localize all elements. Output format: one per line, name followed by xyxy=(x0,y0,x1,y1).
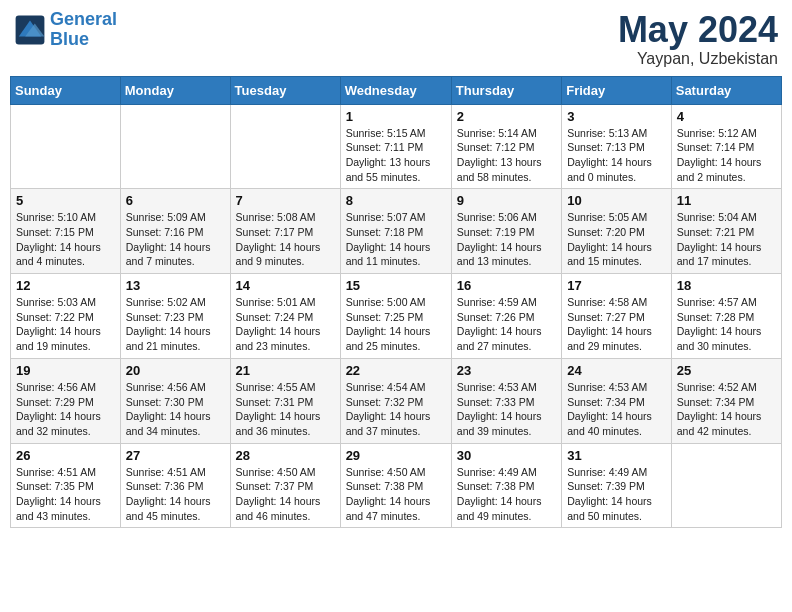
calendar-table: SundayMondayTuesdayWednesdayThursdayFrid… xyxy=(10,76,782,529)
day-info: Sunrise: 5:07 AM Sunset: 7:18 PM Dayligh… xyxy=(346,210,446,269)
day-number: 29 xyxy=(346,448,446,463)
day-info: Sunrise: 5:14 AM Sunset: 7:12 PM Dayligh… xyxy=(457,126,556,185)
day-info: Sunrise: 5:01 AM Sunset: 7:24 PM Dayligh… xyxy=(236,295,335,354)
logo-line1: General xyxy=(50,9,117,29)
day-info: Sunrise: 5:10 AM Sunset: 7:15 PM Dayligh… xyxy=(16,210,115,269)
day-number: 20 xyxy=(126,363,225,378)
weekday-header-sunday: Sunday xyxy=(11,76,121,104)
calendar-cell: 24Sunrise: 4:53 AM Sunset: 7:34 PM Dayli… xyxy=(562,358,672,443)
calendar-cell: 9Sunrise: 5:06 AM Sunset: 7:19 PM Daylig… xyxy=(451,189,561,274)
day-number: 15 xyxy=(346,278,446,293)
calendar-cell: 20Sunrise: 4:56 AM Sunset: 7:30 PM Dayli… xyxy=(120,358,230,443)
weekday-header-monday: Monday xyxy=(120,76,230,104)
day-info: Sunrise: 4:51 AM Sunset: 7:35 PM Dayligh… xyxy=(16,465,115,524)
day-number: 6 xyxy=(126,193,225,208)
day-info: Sunrise: 5:02 AM Sunset: 7:23 PM Dayligh… xyxy=(126,295,225,354)
day-info: Sunrise: 4:59 AM Sunset: 7:26 PM Dayligh… xyxy=(457,295,556,354)
location: Yaypan, Uzbekistan xyxy=(618,50,778,68)
calendar-cell: 21Sunrise: 4:55 AM Sunset: 7:31 PM Dayli… xyxy=(230,358,340,443)
logo-icon xyxy=(14,14,46,46)
weekday-header-tuesday: Tuesday xyxy=(230,76,340,104)
day-number: 22 xyxy=(346,363,446,378)
day-info: Sunrise: 5:05 AM Sunset: 7:20 PM Dayligh… xyxy=(567,210,666,269)
weekday-header-saturday: Saturday xyxy=(671,76,781,104)
day-number: 14 xyxy=(236,278,335,293)
day-number: 17 xyxy=(567,278,666,293)
day-number: 4 xyxy=(677,109,776,124)
day-number: 31 xyxy=(567,448,666,463)
day-info: Sunrise: 5:00 AM Sunset: 7:25 PM Dayligh… xyxy=(346,295,446,354)
calendar-cell: 6Sunrise: 5:09 AM Sunset: 7:16 PM Daylig… xyxy=(120,189,230,274)
day-info: Sunrise: 4:53 AM Sunset: 7:33 PM Dayligh… xyxy=(457,380,556,439)
day-info: Sunrise: 4:53 AM Sunset: 7:34 PM Dayligh… xyxy=(567,380,666,439)
calendar-cell: 5Sunrise: 5:10 AM Sunset: 7:15 PM Daylig… xyxy=(11,189,121,274)
day-number: 23 xyxy=(457,363,556,378)
day-number: 13 xyxy=(126,278,225,293)
day-number: 18 xyxy=(677,278,776,293)
day-number: 24 xyxy=(567,363,666,378)
day-info: Sunrise: 4:57 AM Sunset: 7:28 PM Dayligh… xyxy=(677,295,776,354)
calendar-cell: 25Sunrise: 4:52 AM Sunset: 7:34 PM Dayli… xyxy=(671,358,781,443)
day-number: 30 xyxy=(457,448,556,463)
calendar-cell: 10Sunrise: 5:05 AM Sunset: 7:20 PM Dayli… xyxy=(562,189,672,274)
month-year: May 2024 xyxy=(618,10,778,50)
calendar-cell xyxy=(671,443,781,528)
week-row-5: 26Sunrise: 4:51 AM Sunset: 7:35 PM Dayli… xyxy=(11,443,782,528)
calendar-cell: 17Sunrise: 4:58 AM Sunset: 7:27 PM Dayli… xyxy=(562,274,672,359)
day-info: Sunrise: 5:15 AM Sunset: 7:11 PM Dayligh… xyxy=(346,126,446,185)
day-info: Sunrise: 5:13 AM Sunset: 7:13 PM Dayligh… xyxy=(567,126,666,185)
day-info: Sunrise: 4:51 AM Sunset: 7:36 PM Dayligh… xyxy=(126,465,225,524)
calendar-cell: 4Sunrise: 5:12 AM Sunset: 7:14 PM Daylig… xyxy=(671,104,781,189)
calendar-cell xyxy=(120,104,230,189)
day-number: 12 xyxy=(16,278,115,293)
day-number: 1 xyxy=(346,109,446,124)
calendar-cell: 19Sunrise: 4:56 AM Sunset: 7:29 PM Dayli… xyxy=(11,358,121,443)
day-number: 21 xyxy=(236,363,335,378)
calendar-cell: 18Sunrise: 4:57 AM Sunset: 7:28 PM Dayli… xyxy=(671,274,781,359)
day-info: Sunrise: 4:56 AM Sunset: 7:29 PM Dayligh… xyxy=(16,380,115,439)
calendar-cell xyxy=(230,104,340,189)
weekday-header-friday: Friday xyxy=(562,76,672,104)
calendar-cell: 28Sunrise: 4:50 AM Sunset: 7:37 PM Dayli… xyxy=(230,443,340,528)
logo: General Blue xyxy=(14,10,117,50)
day-number: 19 xyxy=(16,363,115,378)
logo-line2: Blue xyxy=(50,29,89,49)
day-info: Sunrise: 4:56 AM Sunset: 7:30 PM Dayligh… xyxy=(126,380,225,439)
logo-text: General Blue xyxy=(50,10,117,50)
weekday-header-thursday: Thursday xyxy=(451,76,561,104)
calendar-cell: 16Sunrise: 4:59 AM Sunset: 7:26 PM Dayli… xyxy=(451,274,561,359)
day-number: 9 xyxy=(457,193,556,208)
day-info: Sunrise: 5:08 AM Sunset: 7:17 PM Dayligh… xyxy=(236,210,335,269)
day-info: Sunrise: 4:58 AM Sunset: 7:27 PM Dayligh… xyxy=(567,295,666,354)
calendar-cell: 3Sunrise: 5:13 AM Sunset: 7:13 PM Daylig… xyxy=(562,104,672,189)
day-info: Sunrise: 5:09 AM Sunset: 7:16 PM Dayligh… xyxy=(126,210,225,269)
week-row-1: 1Sunrise: 5:15 AM Sunset: 7:11 PM Daylig… xyxy=(11,104,782,189)
weekday-header-wednesday: Wednesday xyxy=(340,76,451,104)
calendar-cell: 1Sunrise: 5:15 AM Sunset: 7:11 PM Daylig… xyxy=(340,104,451,189)
day-number: 2 xyxy=(457,109,556,124)
day-number: 5 xyxy=(16,193,115,208)
day-info: Sunrise: 4:49 AM Sunset: 7:39 PM Dayligh… xyxy=(567,465,666,524)
day-info: Sunrise: 4:49 AM Sunset: 7:38 PM Dayligh… xyxy=(457,465,556,524)
day-number: 27 xyxy=(126,448,225,463)
calendar-cell: 2Sunrise: 5:14 AM Sunset: 7:12 PM Daylig… xyxy=(451,104,561,189)
week-row-4: 19Sunrise: 4:56 AM Sunset: 7:29 PM Dayli… xyxy=(11,358,782,443)
day-info: Sunrise: 5:04 AM Sunset: 7:21 PM Dayligh… xyxy=(677,210,776,269)
calendar-cell: 30Sunrise: 4:49 AM Sunset: 7:38 PM Dayli… xyxy=(451,443,561,528)
calendar-cell: 23Sunrise: 4:53 AM Sunset: 7:33 PM Dayli… xyxy=(451,358,561,443)
day-info: Sunrise: 5:03 AM Sunset: 7:22 PM Dayligh… xyxy=(16,295,115,354)
week-row-3: 12Sunrise: 5:03 AM Sunset: 7:22 PM Dayli… xyxy=(11,274,782,359)
day-info: Sunrise: 5:12 AM Sunset: 7:14 PM Dayligh… xyxy=(677,126,776,185)
calendar-cell: 26Sunrise: 4:51 AM Sunset: 7:35 PM Dayli… xyxy=(11,443,121,528)
calendar-cell: 14Sunrise: 5:01 AM Sunset: 7:24 PM Dayli… xyxy=(230,274,340,359)
day-info: Sunrise: 4:54 AM Sunset: 7:32 PM Dayligh… xyxy=(346,380,446,439)
calendar-cell xyxy=(11,104,121,189)
day-number: 26 xyxy=(16,448,115,463)
day-number: 11 xyxy=(677,193,776,208)
weekday-header-row: SundayMondayTuesdayWednesdayThursdayFrid… xyxy=(11,76,782,104)
page-header: General Blue May 2024 Yaypan, Uzbekistan xyxy=(10,10,782,68)
calendar-cell: 11Sunrise: 5:04 AM Sunset: 7:21 PM Dayli… xyxy=(671,189,781,274)
calendar-cell: 7Sunrise: 5:08 AM Sunset: 7:17 PM Daylig… xyxy=(230,189,340,274)
calendar-cell: 12Sunrise: 5:03 AM Sunset: 7:22 PM Dayli… xyxy=(11,274,121,359)
day-info: Sunrise: 4:50 AM Sunset: 7:38 PM Dayligh… xyxy=(346,465,446,524)
